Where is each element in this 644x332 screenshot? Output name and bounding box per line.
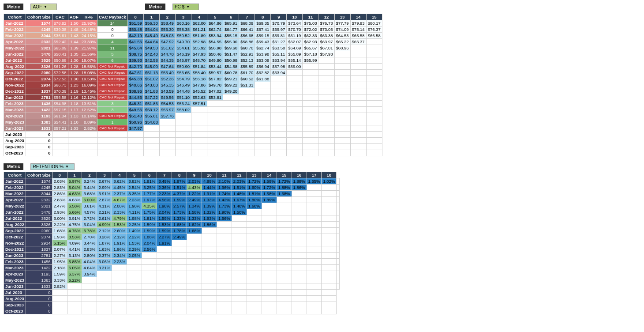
table-cell: 6.05% <box>67 265 82 271</box>
table-cell: 1.88% <box>142 234 157 240</box>
table-cell: 1.44 <box>68 39 80 45</box>
table-cell: 2934 <box>26 240 52 246</box>
table-cell: 1.95% <box>52 259 67 265</box>
ret-col-15: 15 <box>277 172 292 178</box>
table-cell: 10.14% <box>80 113 97 119</box>
table-cell <box>271 76 287 82</box>
table-cell <box>334 113 350 119</box>
table-cell <box>52 302 67 308</box>
table-cell: $47.64 <box>159 64 175 70</box>
table-cell <box>262 240 277 246</box>
metric2-dropdown[interactable]: PC $ ▼ <box>172 4 199 10</box>
table-cell: $56.18 <box>191 76 207 82</box>
table-cell: 1.75% <box>142 209 157 215</box>
table-cell <box>239 88 255 94</box>
table-cell <box>337 271 340 277</box>
table-cell: $39.38 <box>52 26 68 33</box>
col-3: 3 <box>175 14 191 20</box>
table-cell: 0 <box>26 150 52 156</box>
table-cell: $52.63 <box>191 94 207 101</box>
table-cell <box>303 125 318 132</box>
table-cell <box>271 144 287 150</box>
table-cell: Feb-2022 <box>4 26 26 33</box>
table-cell: 2332 <box>26 39 52 45</box>
table-cell <box>247 302 262 308</box>
table-cell <box>142 265 157 271</box>
table-cell <box>262 296 277 302</box>
table-cell <box>322 290 337 296</box>
table-cell <box>262 302 277 308</box>
table-cell <box>175 119 191 125</box>
table-cell: 1.42% <box>217 197 232 203</box>
table-cell <box>303 64 318 70</box>
table-cell <box>202 271 217 277</box>
table-cell: $65.91 <box>223 20 239 26</box>
table-cell <box>366 39 382 45</box>
table-cell: 2.29% <box>127 246 142 253</box>
table-cell: $45.64 <box>127 45 143 51</box>
table-cell: 1633 <box>26 125 52 132</box>
table-cell: 2.25% <box>127 222 142 228</box>
ret-col-1: 1 <box>67 172 82 178</box>
table-cell: $72.53 <box>52 76 68 82</box>
table-cell: 4.09% <box>67 240 82 246</box>
table-cell: 11 <box>97 45 127 51</box>
table-cell <box>292 234 307 240</box>
table-cell: 1422 <box>26 107 52 113</box>
table-cell <box>287 101 303 107</box>
table-cell: 2.99% <box>97 185 112 191</box>
table-cell: 2.80% <box>82 253 97 259</box>
table-cell <box>271 101 287 107</box>
table-cell: May-2022 <box>4 203 26 209</box>
table-cell <box>223 150 239 156</box>
table-cell: 4.64% <box>82 265 97 271</box>
table-cell <box>82 308 97 314</box>
table-cell <box>322 215 337 222</box>
table-cell: $73.64 <box>287 20 303 26</box>
table-cell <box>207 132 223 138</box>
table-cell <box>187 240 202 246</box>
col-cohort: Cohort <box>4 14 26 20</box>
table-cell <box>366 94 382 101</box>
table-cell <box>157 302 172 308</box>
table-cell <box>255 107 271 113</box>
table-cell: $52.36 <box>159 76 175 82</box>
table-cell <box>337 283 340 290</box>
table-cell: 1.91% <box>142 178 157 185</box>
table-cell: $35.61 <box>52 33 68 39</box>
table-cell <box>247 265 262 271</box>
table-cell <box>112 283 127 290</box>
table-cell <box>277 271 292 277</box>
table-cell: $54.58 <box>223 64 239 70</box>
table-cell <box>262 234 277 240</box>
table-cell: $54.53 <box>159 101 175 107</box>
col-13: 13 <box>334 14 350 20</box>
table-cell: Mar-2022 <box>4 191 26 197</box>
table-cell: $74.09 <box>334 26 350 33</box>
table-cell: $54.61 <box>175 45 191 51</box>
table-cell <box>350 57 366 64</box>
table-cell: $68.09 <box>239 20 255 26</box>
table-cell: $39.93 <box>127 57 143 64</box>
table-cell <box>67 302 82 308</box>
table-cell: $57.21 <box>52 125 68 132</box>
table-cell <box>277 265 292 271</box>
table-cell <box>262 253 277 259</box>
table-cell: 3.49% <box>157 178 172 185</box>
table-cell <box>172 290 187 296</box>
table-cell <box>318 113 334 119</box>
table-cell: $44.86 <box>127 94 143 101</box>
table-cell: 1.33% <box>202 197 217 203</box>
col-6: 6 <box>223 14 239 20</box>
table-cell: Mar-2023 <box>4 265 26 271</box>
table-cell <box>157 253 172 259</box>
table-cell: 2.03% <box>52 178 67 185</box>
table-cell: 1.17 <box>68 107 80 113</box>
table-cell: 2.04% <box>142 240 157 246</box>
table-cell <box>239 94 255 101</box>
table-cell <box>337 277 340 283</box>
metric1-dropdown[interactable]: AOF ▼ <box>30 4 57 10</box>
table-cell: 2.49% <box>172 234 187 240</box>
table-cell <box>157 265 172 271</box>
metric3-dropdown[interactable]: RETENTION % ▼ <box>30 163 75 170</box>
